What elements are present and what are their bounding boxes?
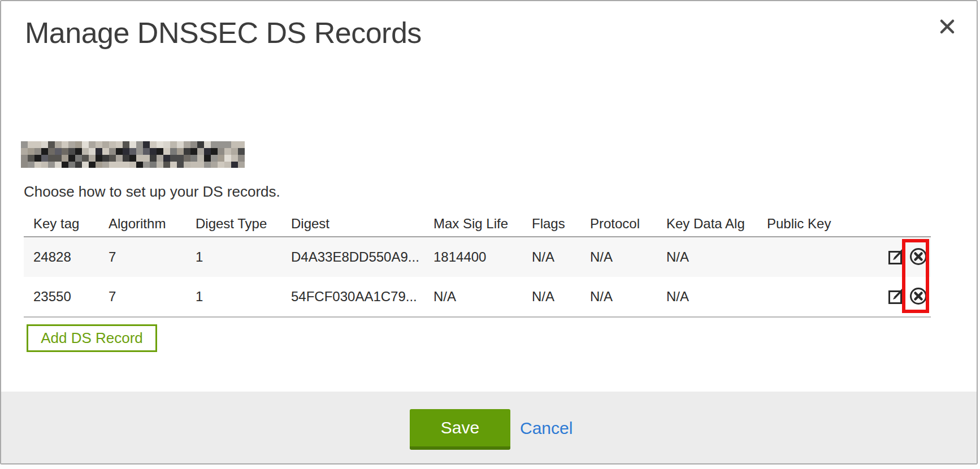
dialog-title: Manage DNSSEC DS Records (25, 16, 422, 50)
cell-digest: 54FCF030AA1C79... (291, 289, 433, 305)
edit-icon (887, 247, 907, 268)
delete-icon (909, 247, 928, 268)
table-row: 24828 7 1 D4A33E8DD550A9... 1814400 N/A … (24, 237, 931, 277)
cancel-link[interactable]: Cancel (520, 419, 573, 438)
column-header-digest-type: Digest Type (196, 216, 291, 232)
save-button[interactable]: Save (410, 409, 510, 450)
setup-instruction-text: Choose how to set up your DS records. (24, 183, 280, 201)
cell-max-sig-life: 1814400 (433, 249, 532, 265)
cell-digest: D4A33E8DD550A9... (291, 249, 433, 265)
edit-record-button[interactable] (887, 247, 907, 267)
column-header-digest: Digest (291, 216, 433, 232)
cell-max-sig-life: N/A (433, 289, 532, 305)
column-header-protocol: Protocol (590, 216, 666, 232)
cell-algorithm: 7 (109, 289, 196, 305)
close-icon (939, 18, 956, 37)
cell-key-tag: 23550 (24, 289, 109, 305)
column-header-public-key: Public Key (767, 216, 856, 232)
cell-digest-type: 1 (196, 249, 291, 265)
page-background: Manage DNSSEC DS Records Choose how to s… (0, 0, 980, 469)
cell-protocol: N/A (590, 289, 666, 305)
add-ds-record-button[interactable]: Add DS Record (27, 324, 157, 352)
delete-record-button[interactable] (908, 247, 929, 267)
dialog-footer: Save Cancel (1, 392, 977, 463)
delete-icon (909, 286, 928, 307)
table-row: 23550 7 1 54FCF030AA1C79... N/A N/A N/A … (24, 277, 931, 316)
ds-records-table: Key tag Algorithm Digest Type Digest Max… (24, 211, 931, 318)
column-header-algorithm: Algorithm (109, 216, 196, 232)
close-dialog-button[interactable] (937, 17, 957, 37)
table-header-row: Key tag Algorithm Digest Type Digest Max… (24, 211, 931, 236)
cell-key-data-alg: N/A (666, 249, 767, 265)
cell-key-data-alg: N/A (666, 289, 767, 305)
column-header-key-tag: Key tag (24, 216, 109, 232)
cell-key-tag: 24828 (24, 249, 109, 265)
cell-flags: N/A (532, 249, 590, 265)
redacted-domain-name (21, 141, 245, 168)
cell-digest-type: 1 (196, 289, 291, 305)
table-body: 24828 7 1 D4A33E8DD550A9... 1814400 N/A … (24, 236, 931, 318)
column-header-max-sig-life: Max Sig Life (433, 216, 532, 232)
cell-protocol: N/A (590, 249, 666, 265)
cell-flags: N/A (532, 289, 590, 305)
cell-algorithm: 7 (109, 249, 196, 265)
manage-dnssec-ds-records-dialog: Manage DNSSEC DS Records Choose how to s… (0, 0, 978, 464)
edit-icon (887, 286, 907, 307)
column-header-key-data-alg: Key Data Alg (666, 216, 767, 232)
edit-record-button[interactable] (887, 286, 907, 307)
column-header-flags: Flags (532, 216, 590, 232)
delete-record-button[interactable] (908, 286, 929, 307)
